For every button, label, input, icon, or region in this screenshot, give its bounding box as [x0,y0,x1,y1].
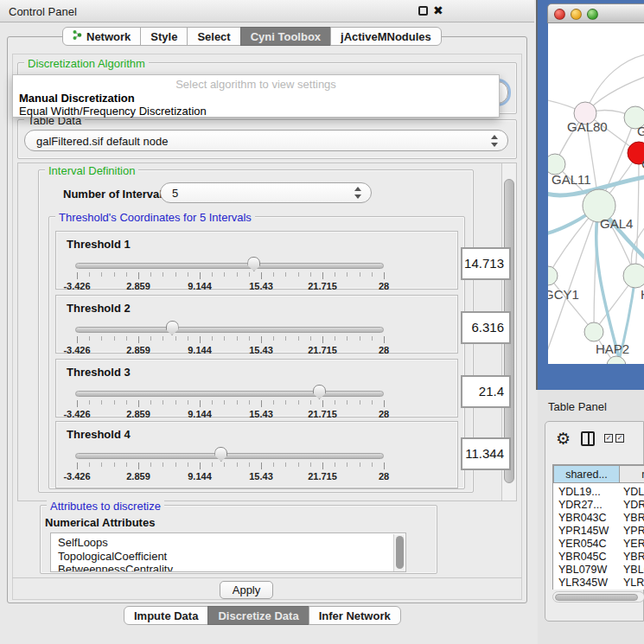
cell-name[interactable]: YBL0 [623,564,644,576]
tab-discretize-data[interactable]: Discretize Data [207,606,309,625]
slider-tick [138,462,139,469]
tab-label: Infer Network [319,607,391,625]
cell-shared-name[interactable]: YBR043C [558,512,607,524]
attributes-list-scrollbar[interactable] [393,534,405,572]
table-horizontal-scrollbar[interactable] [552,591,644,603]
close-traffic-light-icon[interactable] [554,9,565,20]
attributes-list-scrollbar-thumb[interactable] [396,536,404,569]
zoom-traffic-light-icon[interactable] [587,9,598,20]
slider-tick [188,336,188,341]
attribute-list-item[interactable]: TopologicalCoefficient [58,550,167,563]
tab-impute-data[interactable]: Impute Data [124,606,208,625]
slider-tick [200,336,201,343]
checkbox-icon[interactable]: ✓ [604,434,613,443]
cell-name[interactable]: YER0 [623,538,644,550]
tab-network[interactable]: Network [62,27,141,46]
threshold-slider-thumb[interactable] [214,447,227,462]
slider-tick [372,336,373,341]
slider-tick [163,272,163,277]
table-row[interactable]: YLR345WYLR3 [553,577,644,590]
gear-icon[interactable]: ⚙ [556,429,571,449]
apply-button[interactable]: Apply [220,581,273,599]
gcy1-node[interactable] [548,266,558,285]
cell-shared-name[interactable]: YBR045C [558,551,607,563]
number-of-intervals-combobox[interactable]: 5 [160,182,372,203]
slider-tick [273,400,274,405]
node-attribute-table: shared...n...YDL19...YDL1YDR27...YDR2YBR… [552,464,644,590]
algorithm-option[interactable]: Equal Width/Frequency Discretization [19,105,207,118]
split-columns-icon[interactable] [581,431,595,446]
numerical-attributes-label: Numerical Attributes [45,516,155,529]
tab-jactivemnodules[interactable]: jActiveMNodules [330,27,442,46]
slider-tick [212,336,213,341]
threshold-slider-track[interactable] [75,453,384,459]
slider-tick [101,462,102,467]
tab-cyni-toolbox[interactable]: Cyni Toolbox [240,27,331,46]
table-data-combobox[interactable]: galFiltered.sif default node [24,130,508,151]
network-canvas[interactable]: GAL80GACGAL11GAL4GCY1HHAP2 [548,23,644,364]
slider-tick [360,400,360,405]
tab-select[interactable]: Select [187,27,240,46]
slider-scale-label: -3.426 [63,345,90,355]
network-window-titlebar[interactable] [547,3,644,23]
cell-name[interactable]: YDR2 [623,499,644,511]
control-panel-titlebar: Control Panel ✖ [0,0,534,22]
slider-tick [138,400,139,407]
threshold-value-field[interactable]: 21.4 [461,375,511,408]
tab-style[interactable]: Style [140,27,188,46]
cell-name[interactable]: YLR3 [623,577,644,589]
table-row[interactable]: YBR043CYBR0 [553,512,644,525]
threshold-value-field[interactable]: 14.713 [461,247,511,280]
threshold-slider-track[interactable] [75,327,384,333]
cell-shared-name[interactable]: YDR27... [558,499,603,511]
threshold-slider-track[interactable] [75,391,384,397]
column-header-name[interactable]: n... [619,465,644,483]
threshold-panel: Threshold 2-3.4262.8599.14415.4321.71528… [55,295,458,354]
cell-shared-name[interactable]: YLR345W [558,577,608,589]
table-horizontal-scrollbar-thumb[interactable] [555,594,638,601]
close-icon[interactable]: ✖ [433,3,443,17]
attribute-list-item[interactable]: SelfLoops [58,536,108,549]
slider-scale-label: 28 [379,471,389,481]
minimize-traffic-light-icon[interactable] [571,9,582,20]
algorithm-option[interactable]: Manual Discretization [19,92,135,105]
column-header-shared-name[interactable]: shared... [553,465,620,483]
threshold-slider-thumb[interactable] [313,385,326,399]
cell-name[interactable]: YBR0 [623,551,644,563]
slider-tick [384,336,385,343]
network-view-window: GAL80GACGAL11GAL4GCY1HHAP2 [536,0,644,390]
cell-name[interactable]: YPR1 [623,525,644,537]
table-row[interactable]: YDR27...YDR2 [553,499,644,512]
cell-shared-name[interactable]: YPR145W [558,525,609,537]
slider-tick [372,400,373,405]
checkbox-icon[interactable]: ✓ [615,434,624,443]
network-edge[interactable] [635,153,639,276]
application-root: Control Panel ✖ NetworkStyleSelectCyni T… [0,0,644,644]
hap2-node[interactable] [584,322,603,341]
cell-name[interactable]: YBR0 [623,512,644,524]
table-row[interactable]: YER054CYER0 [553,538,644,551]
table-row[interactable]: YBL079WYBL0 [553,564,644,577]
attribute-list-item[interactable]: BetweennessCentrality [58,563,173,572]
slider-tick [77,400,78,407]
float-window-icon[interactable] [418,6,428,16]
node-label: GAL80 [567,119,608,134]
cell-shared-name[interactable]: YBL079W [558,564,607,576]
table-row[interactable]: YPR145WYPR1 [553,525,644,538]
cell-name[interactable]: YDL1 [623,486,644,498]
threshold-value-field[interactable]: 11.344 [461,437,511,470]
slider-tick [273,272,274,277]
threshold-slider-thumb[interactable] [247,257,260,271]
table-row[interactable]: YBR045CYBR0 [553,551,644,564]
tab-label: Style [150,28,177,46]
cell-shared-name[interactable]: YER054C [558,538,607,550]
table-row[interactable]: YDL19...YDL1 [553,486,644,499]
numerical-attributes-list[interactable]: SelfLoopsTopologicalCoefficientBetweenne… [50,532,406,572]
cell-shared-name[interactable]: YDL19... [558,486,601,498]
attributes-group-title: Attributes to discretize [47,500,164,513]
right-node[interactable] [623,264,644,288]
threshold-slider-thumb[interactable] [166,321,179,335]
threshold-slider-track[interactable] [75,263,384,269]
threshold-value-field[interactable]: 6.316 [461,311,511,344]
tab-infer-network[interactable]: Infer Network [309,606,401,625]
